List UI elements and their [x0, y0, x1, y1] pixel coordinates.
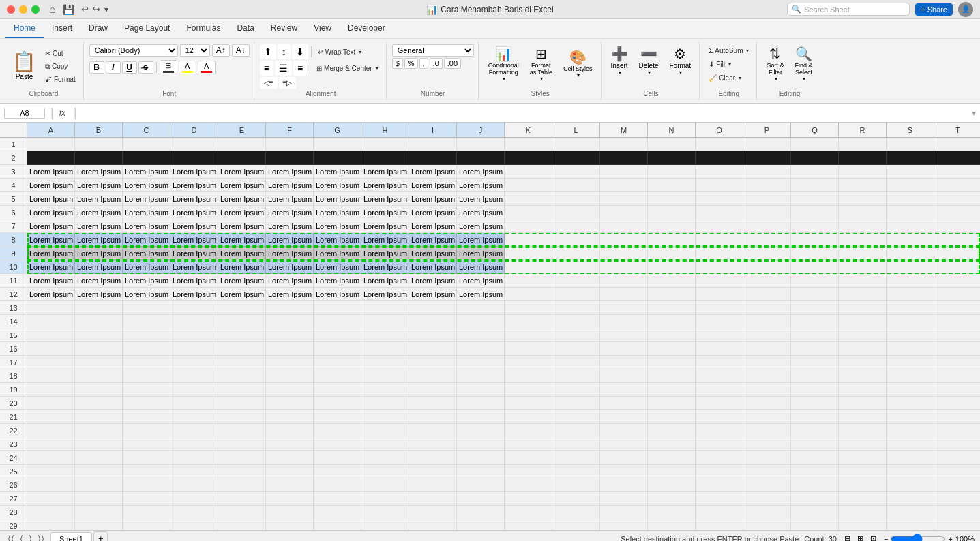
cell-J16[interactable]	[457, 342, 505, 356]
cell-F8[interactable]: Lorem Ipsum	[266, 233, 314, 247]
cell-J11[interactable]: Lorem Ipsum	[457, 274, 505, 288]
cell-K26[interactable]	[505, 478, 552, 492]
cell-M29[interactable]	[600, 519, 648, 530]
cell-H16[interactable]	[361, 342, 409, 356]
cell-C29[interactable]	[123, 519, 170, 530]
cell-I14[interactable]	[409, 315, 457, 328]
cut-button[interactable]: ✂ Cut	[42, 48, 79, 60]
cell-D19[interactable]	[170, 383, 218, 397]
insert-cells-button[interactable]: ➕ Insert ▾	[607, 44, 632, 77]
cell-O17[interactable]	[696, 356, 743, 369]
cell-J18[interactable]	[457, 369, 505, 383]
normal-view-icon[interactable]: ⊟	[842, 534, 852, 541]
cell-O5[interactable]	[696, 192, 743, 206]
fill-button[interactable]: ⬇ Fill ▾	[705, 58, 752, 70]
cell-T17[interactable]	[934, 356, 980, 369]
cell-L28[interactable]	[552, 506, 600, 519]
font-color-button[interactable]: A	[198, 61, 216, 74]
cell-E12[interactable]: Lorem Ipsum	[218, 288, 266, 301]
cell-I19[interactable]	[409, 383, 457, 397]
cell-Q4[interactable]	[791, 179, 839, 192]
cell-M4[interactable]	[600, 179, 648, 192]
cell-S11[interactable]	[887, 274, 934, 288]
col-header-K[interactable]: K	[505, 123, 552, 138]
cell-S24[interactable]	[887, 451, 934, 465]
cell-J23[interactable]	[457, 437, 505, 451]
cell-H24[interactable]	[361, 451, 409, 465]
cell-L7[interactable]	[552, 219, 600, 233]
align-center-button[interactable]: ☰	[275, 61, 292, 76]
cell-R14[interactable]	[839, 315, 887, 328]
cell-R2[interactable]	[839, 151, 887, 165]
cell-H20[interactable]	[361, 397, 409, 410]
cell-O6[interactable]	[696, 206, 743, 219]
decrease-font-button[interactable]: A↓	[232, 44, 250, 57]
cell-I22[interactable]	[409, 424, 457, 437]
cell-T12[interactable]	[934, 288, 980, 301]
cell-T25[interactable]	[934, 465, 980, 478]
cell-I28[interactable]	[409, 506, 457, 519]
cell-E7[interactable]: Lorem Ipsum	[218, 219, 266, 233]
cell-R1[interactable]	[839, 138, 887, 151]
cell-L26[interactable]	[552, 478, 600, 492]
border-color-button[interactable]: ⊞	[160, 60, 177, 74]
cell-A22[interactable]	[27, 424, 75, 437]
cell-L17[interactable]	[552, 356, 600, 369]
save-icon[interactable]: 💾	[63, 4, 74, 15]
cell-S20[interactable]	[887, 397, 934, 410]
cell-M21[interactable]	[600, 410, 648, 424]
cell-M20[interactable]	[600, 397, 648, 410]
cell-A8[interactable]: Lorem Ipsum	[27, 233, 75, 247]
cell-G12[interactable]: Lorem Ipsum	[314, 288, 361, 301]
cell-H21[interactable]	[361, 410, 409, 424]
cell-D9[interactable]: Lorem Ipsum	[170, 247, 218, 260]
cell-D12[interactable]: Lorem Ipsum	[170, 288, 218, 301]
cell-L6[interactable]	[552, 206, 600, 219]
cell-R28[interactable]	[839, 506, 887, 519]
cell-F16[interactable]	[266, 342, 314, 356]
cell-E9[interactable]: Lorem Ipsum	[218, 247, 266, 260]
cell-J29[interactable]	[457, 519, 505, 530]
cell-T8[interactable]	[934, 233, 980, 247]
cell-B27[interactable]	[75, 492, 123, 506]
cell-R4[interactable]	[839, 179, 887, 192]
cell-T5[interactable]	[934, 192, 980, 206]
cell-A19[interactable]	[27, 383, 75, 397]
row-header-5[interactable]: 5	[0, 192, 27, 206]
cell-K1[interactable]	[505, 138, 552, 151]
cell-O13[interactable]	[696, 301, 743, 315]
cell-P11[interactable]	[743, 274, 791, 288]
cell-B6[interactable]: Lorem Ipsum	[75, 206, 123, 219]
cell-O18[interactable]	[696, 369, 743, 383]
cell-C27[interactable]	[123, 492, 170, 506]
cell-B16[interactable]	[75, 342, 123, 356]
cell-C6[interactable]: Lorem Ipsum	[123, 206, 170, 219]
cell-K29[interactable]	[505, 519, 552, 530]
cell-R11[interactable]	[839, 274, 887, 288]
cell-E23[interactable]	[218, 437, 266, 451]
nav-prev-icon[interactable]: ⟨	[18, 534, 25, 541]
align-top-button[interactable]: ⬆	[260, 44, 276, 59]
cell-A11[interactable]: Lorem Ipsum	[27, 274, 75, 288]
cell-F28[interactable]	[266, 506, 314, 519]
zoom-slider[interactable]	[891, 534, 945, 542]
cell-O1[interactable]	[696, 138, 743, 151]
cell-R23[interactable]	[839, 437, 887, 451]
cell-O4[interactable]	[696, 179, 743, 192]
cell-Q8[interactable]	[791, 233, 839, 247]
col-header-F[interactable]: F	[266, 123, 314, 138]
cell-G2[interactable]	[314, 151, 361, 165]
cell-D5[interactable]: Lorem Ipsum	[170, 192, 218, 206]
add-sheet-button[interactable]: +	[93, 531, 108, 541]
cell-Q17[interactable]	[791, 356, 839, 369]
cell-D28[interactable]	[170, 506, 218, 519]
cell-E10[interactable]: Lorem Ipsum	[218, 260, 266, 274]
cell-P3[interactable]	[743, 165, 791, 179]
cell-H9[interactable]: Lorem Ipsum	[361, 247, 409, 260]
cell-S15[interactable]	[887, 328, 934, 342]
cell-S8[interactable]	[887, 233, 934, 247]
col-header-O[interactable]: O	[696, 123, 743, 138]
cell-Q21[interactable]	[791, 410, 839, 424]
align-bottom-button[interactable]: ⬇	[292, 44, 308, 59]
cell-K23[interactable]	[505, 437, 552, 451]
